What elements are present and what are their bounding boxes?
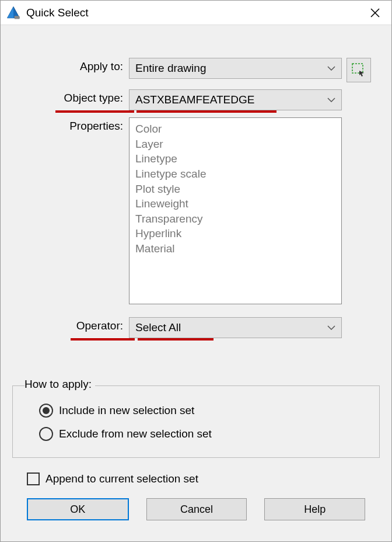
properties-label: Properties: — [12, 117, 129, 133]
help-button[interactable]: Help — [264, 498, 365, 520]
select-objects-icon — [351, 62, 366, 78]
list-item[interactable]: Plot style — [135, 182, 335, 197]
underline-annotation — [138, 338, 214, 341]
apply-to-value: Entire drawing — [135, 62, 206, 75]
apply-to-label: Apply to: — [12, 58, 129, 73]
underline-annotation — [71, 338, 135, 341]
radio-exclude[interactable]: Exclude from new selection set — [24, 422, 368, 446]
list-item[interactable]: Linetype — [135, 151, 335, 166]
list-item[interactable]: Hyperlink — [135, 226, 335, 241]
append-checkbox[interactable]: Append to current selection set — [12, 470, 380, 488]
list-item[interactable]: Layer — [135, 137, 335, 152]
operator-dropdown[interactable]: Select All — [129, 317, 342, 338]
svg-rect-0 — [15, 16, 20, 19]
groupbox-title: How to apply: — [24, 378, 95, 391]
list-item[interactable]: Lineweight — [135, 196, 335, 211]
checkbox-icon — [27, 472, 40, 485]
dialog-title: Quick Select — [26, 6, 363, 19]
cancel-button[interactable]: Cancel — [146, 498, 247, 520]
svg-rect-3 — [352, 64, 363, 73]
chevron-down-icon — [327, 66, 335, 71]
underline-annotation — [55, 110, 134, 113]
titlebar: Quick Select — [1, 1, 391, 25]
object-type-dropdown[interactable]: ASTXBEAMFEATEDGE — [129, 89, 342, 110]
quick-select-dialog: Quick Select Apply to: Entire drawing — [0, 0, 392, 542]
list-item[interactable]: Linetype scale — [135, 166, 335, 182]
list-item[interactable]: Material — [135, 241, 335, 256]
close-button[interactable] — [363, 4, 387, 22]
object-type-value: ASTXBEAMFEATEDGE — [135, 93, 254, 106]
app-icon — [5, 5, 22, 21]
close-icon — [370, 8, 380, 18]
list-item[interactable]: Transparency — [135, 211, 335, 227]
radio-include[interactable]: Include in new selection set — [24, 399, 368, 422]
apply-to-dropdown[interactable]: Entire drawing — [129, 58, 342, 79]
properties-listbox[interactable]: Color Layer Linetype Linetype scale Plot… — [129, 117, 342, 304]
button-row: OK Cancel Help — [12, 488, 380, 530]
ok-button[interactable]: OK — [27, 498, 129, 520]
dialog-content: Apply to: Entire drawing Object type: — [1, 25, 391, 541]
chevron-down-icon — [327, 98, 335, 102]
radio-icon — [39, 404, 53, 418]
select-objects-button[interactable] — [346, 58, 371, 82]
underline-annotation — [136, 110, 276, 113]
how-to-apply-group: How to apply: Include in new selection s… — [12, 385, 380, 458]
operator-value: Select All — [135, 321, 181, 334]
radio-exclude-label: Exclude from new selection set — [59, 428, 212, 440]
operator-label: Operator: — [12, 317, 129, 332]
list-item[interactable]: Color — [135, 121, 335, 137]
chevron-down-icon — [327, 325, 335, 330]
object-type-label: Object type: — [12, 89, 129, 105]
radio-include-label: Include in new selection set — [59, 404, 194, 417]
radio-icon — [39, 427, 53, 441]
append-checkbox-label: Append to current selection set — [46, 472, 198, 485]
